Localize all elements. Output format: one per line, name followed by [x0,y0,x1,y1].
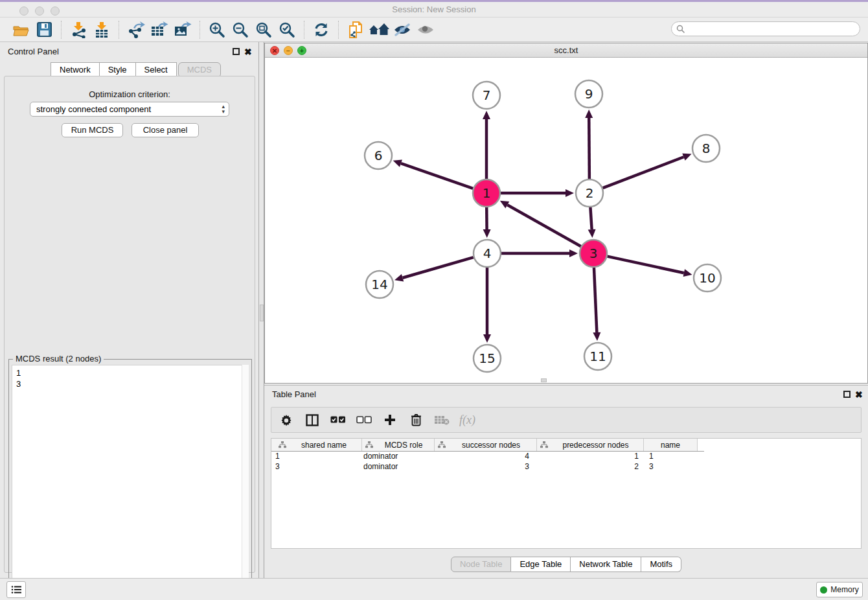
function-builder-button: f(x) [459,413,475,427]
edge-2-9[interactable] [589,118,589,179]
node-label: 8 [702,141,711,156]
tab-motifs[interactable]: Motifs [641,557,681,572]
window-zoom-icon[interactable] [51,6,60,16]
deselect-all-button[interactable] [356,411,372,428]
network-minimize-icon[interactable]: − [284,46,293,55]
show-details-button[interactable] [414,19,437,40]
splitter-grip[interactable] [260,305,264,321]
open-session-button[interactable] [9,19,32,40]
cell-mcds-role[interactable]: dominator [362,452,435,462]
memory-button[interactable]: Memory [816,582,863,597]
run-mcds-button[interactable]: Run MCDS [62,123,123,137]
column-header-successor-nodes[interactable]: successor nodes [435,439,537,451]
close-panel-button[interactable]: Close panel [131,123,199,137]
column-header-shared-name[interactable]: shared name [271,439,362,451]
float-table-panel-icon[interactable] [843,391,851,398]
search-input[interactable] [685,23,860,35]
save-session-button[interactable] [32,19,56,40]
tab-node-table[interactable]: Node Table [451,557,512,572]
control-panel-header: Control Panel ✖ [0,46,258,59]
cell-mcds-role[interactable]: dominator [362,462,435,472]
export-image-button[interactable] [171,19,194,40]
column-header-mcds-role[interactable]: MCDS role [362,439,435,451]
edge-2-8[interactable] [603,157,684,188]
cell-shared-name[interactable]: 1 [271,452,362,462]
zoom-selected-icon [279,21,295,38]
trash-icon [411,413,422,426]
network-close-icon[interactable]: ✕ [270,46,279,55]
node-label: 7 [483,87,491,103]
arrowhead-icon [483,111,490,119]
column-header-name[interactable]: name [644,439,698,451]
network-window-titlebar[interactable]: ✕ − + scc.txt [265,43,867,58]
cell-predecessor-nodes[interactable]: 1 [537,452,644,462]
node-label: 1 [483,185,491,201]
hide-details-eye-icon [393,23,411,37]
window-close-icon[interactable] [19,6,29,16]
edge-2-3[interactable] [590,207,591,229]
panel-splitter[interactable] [259,42,264,578]
import-table-button[interactable] [90,19,113,40]
home-button[interactable] [367,19,391,40]
save-floppy-icon [37,22,52,37]
clone-network-button[interactable] [344,19,367,40]
zoom-selected-button[interactable] [275,19,299,40]
mcds-result-text[interactable]: 1 3 [12,365,249,600]
network-maximize-icon[interactable]: + [297,46,306,55]
apply-layout-button[interactable] [310,19,333,40]
import-network-button[interactable] [67,19,90,40]
cell-predecessor-nodes[interactable]: 2 [537,462,644,472]
window-minimize-icon[interactable] [35,6,44,16]
tab-edge-table[interactable]: Edge Table [511,557,571,572]
task-history-button[interactable] [6,581,26,598]
result-scrollbar[interactable] [242,365,249,600]
toolbar-separator [200,21,200,39]
node-label: 10 [699,270,715,286]
zoom-in-button[interactable] [205,19,229,40]
hide-details-button[interactable] [391,19,414,40]
delete-row-button[interactable] [407,411,424,428]
mcds-result-fieldset: MCDS result (2 nodes) 1 3 [8,359,252,600]
zoom-out-icon [232,21,249,38]
export-table-button[interactable] [148,19,171,40]
column-header-predecessor-nodes[interactable]: predecessor nodes [537,439,644,451]
arrowhead-icon [593,332,600,341]
float-panel-icon[interactable] [233,48,240,55]
edge-1-6[interactable] [401,163,473,189]
search-box[interactable] [671,21,860,36]
network-resize-grip[interactable] [541,378,547,382]
cell-shared-name[interactable]: 3 [271,462,362,472]
edge-4-14[interactable] [403,257,474,278]
network-canvas[interactable]: 7968124314101511 [265,58,867,384]
close-panel-icon[interactable]: ✖ [244,47,252,56]
export-network-button[interactable] [124,19,148,40]
table-row[interactable]: 3 dominator 3 2 3 [271,462,861,472]
edge-3-10[interactable] [608,257,684,273]
zoom-fit-button[interactable] [252,19,275,40]
node-label: 15 [479,351,495,366]
title-bar: Session: New Session [0,2,868,17]
arrowhead-icon [483,334,491,343]
table-panel-header: Table Panel ✖ [264,389,868,400]
table-row[interactable]: 1 dominator 4 1 1 [271,452,861,462]
optimization-criterion-select[interactable]: strongly connected component ▴▾ [30,102,229,117]
node-label: 6 [374,148,383,163]
node-label: 2 [586,185,594,201]
close-table-panel-icon[interactable]: ✖ [855,390,863,399]
cell-name[interactable]: 3 [644,462,698,472]
column-view-button[interactable] [304,411,321,428]
edge-3-1[interactable] [507,205,581,246]
node-label: 3 [589,246,598,261]
arrowhead-icon [585,110,593,118]
tab-network-table[interactable]: Network Table [571,557,641,572]
cell-name[interactable]: 1 [644,452,698,462]
select-all-button[interactable] [330,411,347,428]
zoom-out-button[interactable] [229,19,252,40]
add-row-button[interactable] [382,411,398,428]
edge-3-11[interactable] [594,268,597,332]
column-settings-button[interactable] [278,411,295,428]
cell-successor-nodes[interactable]: 4 [435,452,537,462]
control-panel-title: Control Panel [8,47,59,56]
show-details-eye-icon [417,24,435,36]
cell-successor-nodes[interactable]: 3 [435,462,537,472]
